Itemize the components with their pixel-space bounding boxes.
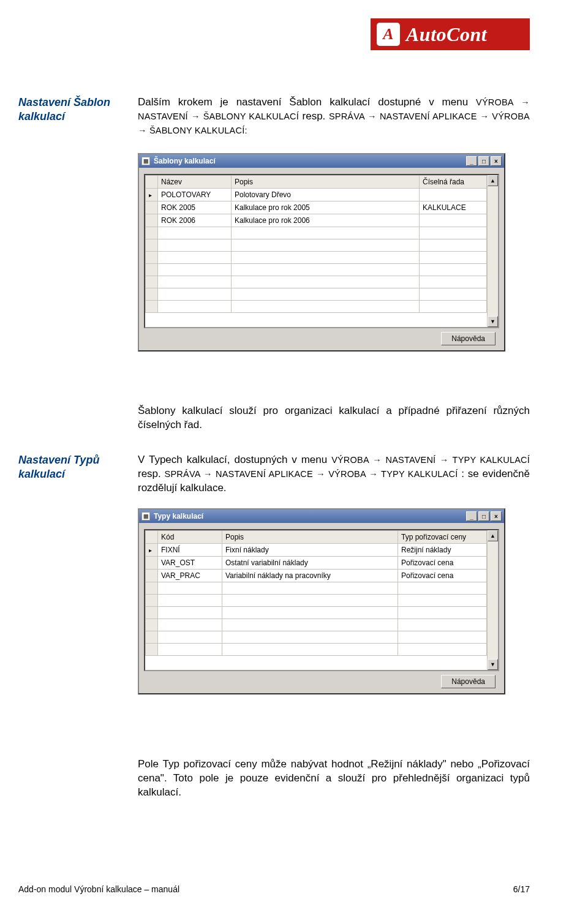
col-kod[interactable]: Kód	[158, 531, 222, 544]
table-row[interactable]: FIXNÍFixní nákladyRežijní náklady	[146, 544, 498, 557]
table-cell[interactable]	[158, 607, 222, 619]
table-cell[interactable]: Pořizovací cena	[398, 557, 487, 570]
vertical-scrollbar[interactable]: ▲ ▼	[487, 175, 498, 327]
col-nazev[interactable]: Název	[158, 176, 232, 189]
row-selector[interactable]	[146, 570, 158, 582]
table-row[interactable]	[146, 619, 498, 631]
table-cell[interactable]: VAR_PRAC	[158, 570, 222, 582]
row-selector[interactable]	[146, 557, 158, 570]
table-cell[interactable]	[158, 301, 232, 313]
table-cell[interactable]	[158, 252, 232, 264]
table-row[interactable]	[146, 276, 498, 288]
table-cell[interactable]	[420, 288, 487, 301]
table-cell[interactable]	[222, 607, 398, 619]
row-selector[interactable]	[146, 595, 158, 607]
row-selector[interactable]	[146, 264, 158, 276]
table-cell[interactable]	[420, 264, 487, 276]
table-cell[interactable]: VAR_OST	[158, 557, 222, 570]
maximize-button[interactable]: □	[478, 511, 489, 521]
table-cell[interactable]	[222, 631, 398, 644]
row-selector[interactable]	[146, 619, 158, 631]
table-row[interactable]	[146, 607, 498, 619]
table-row[interactable]	[146, 301, 498, 313]
table-cell[interactable]	[158, 582, 222, 595]
row-selector[interactable]	[146, 288, 158, 301]
table-cell[interactable]	[420, 252, 487, 264]
table-cell[interactable]: Ostatní variabilní náklady	[222, 557, 398, 570]
row-selector[interactable]	[146, 214, 158, 227]
row-selector[interactable]	[146, 607, 158, 619]
scroll-down-icon[interactable]: ▼	[488, 316, 498, 327]
col-popis[interactable]: Popis	[222, 531, 398, 544]
table-row[interactable]	[146, 252, 498, 264]
row-selector[interactable]	[146, 644, 158, 656]
table-cell[interactable]	[158, 644, 222, 656]
col-popis[interactable]: Popis	[232, 176, 420, 189]
col-typ-porizovaci-ceny[interactable]: Typ pořizovací ceny	[398, 531, 487, 544]
table-row[interactable]: VAR_OSTOstatní variabilní nákladyPořizov…	[146, 557, 498, 570]
table-cell[interactable]	[222, 582, 398, 595]
table-cell[interactable]	[158, 595, 222, 607]
table-cell[interactable]	[158, 227, 232, 239]
close-button[interactable]: ×	[491, 156, 502, 166]
table-cell[interactable]	[232, 264, 420, 276]
table-cell[interactable]	[158, 631, 222, 644]
table-cell[interactable]	[222, 644, 398, 656]
table-cell[interactable]	[232, 276, 420, 288]
grid-typy[interactable]: Kód Popis Typ pořizovací ceny FIXNÍFixní…	[145, 530, 498, 656]
table-cell[interactable]: Polotovary Dřevo	[232, 189, 420, 201]
table-cell[interactable]	[232, 227, 420, 239]
help-button[interactable]: Nápověda	[441, 675, 496, 688]
scroll-up-icon[interactable]: ▲	[488, 175, 498, 186]
table-row[interactable]: VAR_PRACVariabilní náklady na pracovníky…	[146, 570, 498, 582]
table-cell[interactable]	[158, 264, 232, 276]
table-cell[interactable]	[222, 619, 398, 631]
table-cell[interactable]: POLOTOVARY	[158, 189, 232, 201]
maximize-button[interactable]: □	[478, 156, 489, 166]
table-cell[interactable]: Pořizovací cena	[398, 570, 487, 582]
vertical-scrollbar[interactable]: ▲ ▼	[487, 530, 498, 670]
table-cell[interactable]	[420, 227, 487, 239]
table-cell[interactable]	[398, 644, 487, 656]
table-cell[interactable]	[420, 301, 487, 313]
table-cell[interactable]: ROK 2005	[158, 201, 232, 214]
table-cell[interactable]: KALKULACE	[420, 201, 487, 214]
table-cell[interactable]: Kalkulace pro rok 2006	[232, 214, 420, 227]
scroll-down-icon[interactable]: ▼	[488, 659, 498, 670]
table-row[interactable]	[146, 631, 498, 644]
table-cell[interactable]	[398, 619, 487, 631]
row-selector[interactable]	[146, 239, 158, 252]
window-titlebar[interactable]: ▦ Typy kalkulací _ □ ×	[139, 510, 504, 523]
table-row[interactable]: ROK 2006Kalkulace pro rok 2006	[146, 214, 498, 227]
table-cell[interactable]: FIXNÍ	[158, 544, 222, 557]
close-button[interactable]: ×	[491, 511, 502, 521]
table-cell[interactable]	[398, 595, 487, 607]
table-cell[interactable]	[398, 607, 487, 619]
table-cell[interactable]	[232, 239, 420, 252]
table-cell[interactable]	[232, 252, 420, 264]
table-cell[interactable]	[158, 288, 232, 301]
table-row[interactable]	[146, 227, 498, 239]
help-button[interactable]: Nápověda	[441, 332, 496, 345]
table-cell[interactable]	[158, 239, 232, 252]
table-row[interactable]	[146, 595, 498, 607]
table-row[interactable]	[146, 239, 498, 252]
row-selector[interactable]	[146, 227, 158, 239]
table-cell[interactable]	[232, 301, 420, 313]
scroll-up-icon[interactable]: ▲	[488, 530, 498, 541]
table-cell[interactable]: Fixní náklady	[222, 544, 398, 557]
table-cell[interactable]	[398, 582, 487, 595]
table-cell[interactable]: Kalkulace pro rok 2005	[232, 201, 420, 214]
table-cell[interactable]	[158, 276, 232, 288]
row-selector[interactable]	[146, 189, 158, 201]
row-selector[interactable]	[146, 201, 158, 214]
table-cell[interactable]: Variabilní náklady na pracovníky	[222, 570, 398, 582]
row-selector[interactable]	[146, 631, 158, 644]
table-cell[interactable]	[420, 276, 487, 288]
table-row[interactable]	[146, 582, 498, 595]
table-cell[interactable]	[420, 189, 487, 201]
grid-sablony[interactable]: Název Popis Číselná řada POLOTOVARYPolot…	[145, 175, 498, 313]
table-cell[interactable]	[398, 631, 487, 644]
table-cell[interactable]: ROK 2006	[158, 214, 232, 227]
row-selector[interactable]	[146, 544, 158, 557]
